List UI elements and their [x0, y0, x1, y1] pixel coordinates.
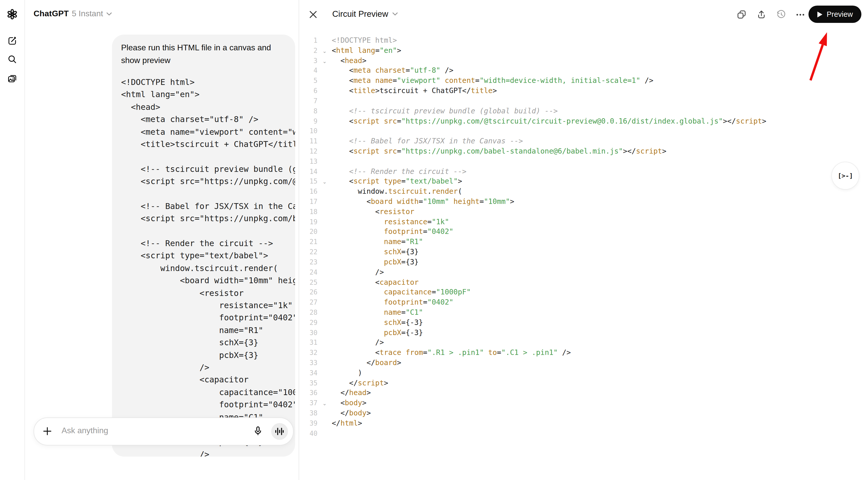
editor-line: 12 <script src="https://unpkg.com/babel-… — [299, 147, 868, 157]
preview-button-label: Preview — [827, 10, 853, 18]
close-canvas-icon[interactable] — [309, 11, 317, 18]
line-number: 35 — [299, 378, 317, 388]
line-number: 21 — [299, 237, 317, 247]
message-code-line: <capacitor — [121, 374, 295, 386]
chat-panel: ChatGPT 5 Instant Please run this HTML f… — [25, 0, 299, 480]
voice-waveform-icon — [275, 426, 284, 436]
editor-line: 18 <resistor — [299, 207, 868, 217]
message-composer[interactable]: Ask anything — [34, 417, 293, 445]
line-number: 37 — [299, 398, 317, 409]
line-number: 19 — [299, 217, 317, 227]
line-number: 27 — [299, 297, 317, 308]
message-code-line: <script src="https://unpkg.com/babel-sta… — [121, 213, 295, 225]
copy-icon[interactable] — [737, 10, 746, 19]
sidebar — [0, 0, 25, 480]
code-line-text: <!-- Babel for JSX/TSX in the Canvas --> — [332, 136, 523, 147]
editor-line: 10 — [299, 126, 868, 136]
new-chat-icon[interactable] — [7, 36, 17, 46]
line-number: 9 — [299, 116, 317, 126]
line-number: 14 — [299, 166, 317, 177]
editor-line: 6 <title>tscircuit + ChatGPT</title> — [299, 86, 868, 96]
more-options-icon[interactable] — [796, 13, 804, 15]
message-code-line: <script type="text/babel"> — [121, 250, 295, 262]
code-line-text: schX={-3} — [332, 318, 423, 328]
user-message-bubble: Please run this HTML file in a canvas an… — [112, 35, 295, 457]
message-code-line: <meta name="viewport" content="width=dev… — [121, 126, 295, 138]
canvas-header: Circuit Preview — [299, 0, 868, 29]
chevron-down-icon — [106, 12, 112, 15]
editor-line: 11 <!-- Babel for JSX/TSX in the Canvas … — [299, 136, 868, 147]
code-line-text: <meta charset="utf-8" /> — [332, 66, 453, 76]
message-code-line: /> — [121, 361, 295, 374]
editor-line: 26 capacitance="1000pF" — [299, 288, 868, 298]
code-line-text: <title>tscircuit + ChatGPT</title> — [332, 86, 497, 96]
model-selector[interactable]: ChatGPT 5 Instant — [34, 9, 112, 18]
editor-line: 30 pcbX={-3} — [299, 328, 868, 338]
editor-line: 7 — [299, 96, 868, 106]
editor-line: 8 <!-- tscircuit preview bundle (global … — [299, 106, 868, 116]
editor-line: 2⌄<html lang="en"> — [299, 46, 868, 56]
code-line-text: <board width="10mm" height="10mm"> — [332, 197, 515, 207]
fold-chevron-icon[interactable]: ⌄ — [317, 399, 332, 409]
user-message-code-block: <!DOCTYPE html><html lang="en"> <head> <… — [121, 76, 295, 457]
line-number: 16 — [299, 187, 317, 197]
app-window: ChatGPT 5 Instant Please run this HTML f… — [0, 0, 868, 480]
openai-logo-icon — [7, 9, 18, 20]
history-icon[interactable] — [776, 10, 786, 19]
message-code-line: <head> — [121, 101, 295, 114]
editor-line: 27 footprint="0402" — [299, 297, 868, 308]
editor-line: 3⌄ <head> — [299, 56, 868, 66]
microphone-icon[interactable] — [252, 425, 264, 437]
message-code-line: footprint="0402" — [121, 312, 295, 324]
line-number: 26 — [299, 288, 317, 298]
editor-line: 28 name="C1" — [299, 308, 868, 318]
attach-plus-icon[interactable] — [41, 425, 54, 437]
editor-line: 40 — [299, 428, 868, 439]
fold-chevron-icon[interactable]: ⌄ — [317, 56, 332, 66]
code-line-text: <resistor — [332, 207, 414, 217]
code-line-text: <script type="text/babel"> — [332, 177, 462, 187]
message-code-line: capacitance="1000pF" — [121, 386, 295, 399]
model-name: 5 Instant — [72, 9, 103, 18]
message-code-line: footprint="0402" — [121, 398, 295, 411]
preview-button[interactable]: Preview — [808, 6, 861, 23]
line-number: 32 — [299, 348, 317, 358]
editor-line: 36 </head> — [299, 388, 868, 398]
code-line-text: <body> — [332, 398, 367, 409]
line-number: 18 — [299, 207, 317, 217]
code-line-text: name="R1" — [332, 237, 423, 247]
editor-line: 21 name="R1" — [299, 237, 868, 247]
message-code-line: pcbX={3} — [121, 349, 295, 361]
code-editor[interactable]: 1<!DOCTYPE html>2⌄<html lang="en">3⌄ <he… — [299, 36, 868, 439]
line-number: 28 — [299, 308, 317, 318]
code-line-text: footprint="0402" — [332, 297, 453, 308]
message-code-line: <html lang="en"> — [121, 89, 295, 101]
library-icon[interactable] — [7, 73, 17, 84]
composer-input[interactable]: Ask anything — [62, 426, 108, 435]
editor-line: 31 /> — [299, 338, 868, 348]
console-button[interactable]: [>-] — [831, 162, 859, 190]
code-line-text: schX={3} — [332, 247, 419, 257]
voice-mode-button[interactable] — [271, 423, 288, 440]
code-line-text: </script> — [332, 378, 388, 388]
code-line-text: pcbX={3} — [332, 257, 419, 267]
fold-chevron-icon[interactable]: ⌄ — [317, 46, 332, 57]
code-line-text: </body> — [332, 408, 371, 418]
chat-header: ChatGPT 5 Instant — [25, 0, 299, 29]
editor-line: 5 <meta name="viewport" content="width=d… — [299, 76, 868, 86]
message-code-line: resistance="1k" — [121, 299, 295, 312]
editor-line: 1<!DOCTYPE html> — [299, 36, 868, 46]
search-icon[interactable] — [7, 55, 17, 64]
line-number: 11 — [299, 136, 317, 147]
message-code-line: <script src="https://unpkg.com/@tscircui… — [121, 175, 295, 188]
message-code-line — [121, 225, 295, 237]
line-number: 25 — [299, 277, 317, 288]
editor-line: 35 </script> — [299, 378, 868, 388]
canvas-title-dropdown[interactable]: Circuit Preview — [332, 9, 398, 19]
fold-chevron-icon[interactable]: ⌄ — [317, 177, 332, 187]
line-number: 6 — [299, 86, 317, 96]
share-icon[interactable] — [756, 10, 766, 19]
code-line-text: pcbX={-3} — [332, 328, 423, 338]
line-number: 20 — [299, 227, 317, 237]
message-code-line: <!DOCTYPE html> — [121, 76, 295, 89]
